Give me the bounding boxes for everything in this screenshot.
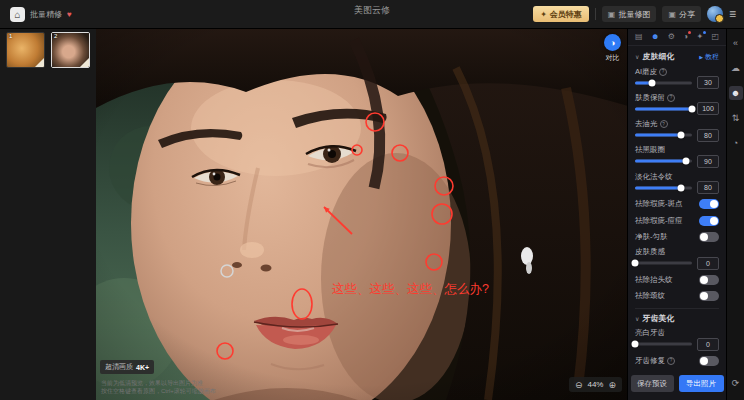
tutorial-label: 教程 [705,52,719,62]
slider-label: 祛黑眼圈 [635,145,665,155]
save-preset-button[interactable]: 保存预设 [631,375,674,392]
slider-value[interactable]: 90 [697,155,719,168]
toggle-switch[interactable] [699,232,719,242]
tab-effects[interactable]: ✦ [696,33,703,41]
tab-beauty[interactable]: ☻ [651,33,659,41]
tool-strip: «☁☻⇅◔⟳ [726,28,744,400]
hamburger-menu-icon[interactable]: ≡ [729,7,736,21]
slider-label: 亮白牙齿 [635,328,665,338]
toggle-label: 净肤-匀肤 [635,232,668,242]
history-icon[interactable]: ◔ [729,136,743,150]
slider-track[interactable] [635,79,692,87]
topbar-right: ✦ 会员特惠 ▣ 批量修图 ▣ 分享 ≡ [533,6,736,22]
adjust-tool-icon[interactable]: ⇅ [729,111,743,125]
slider-label: 肤质保留 [635,93,665,103]
toggle-knob [700,292,708,300]
quality-badge-label: 超清画质 [105,362,133,372]
toggle-label: 牙齿修复 [635,356,665,366]
retouch-tool-icon[interactable]: ☻ [729,86,743,100]
slider-value[interactable]: 0 [697,257,719,270]
toggle-row: 祛除抬头纹 [635,273,719,288]
tab-body[interactable]: ⚙ [668,33,675,41]
slider-row: 祛黑眼圈90 [635,144,719,168]
slider-label-row: 祛黑眼圈 [635,145,719,155]
topbar-left: ⌂ 批量精修 ♥ [10,7,72,22]
collapse-panel-icon[interactable]: « [729,36,743,50]
toggle-row: 牙齿修复? [635,354,719,369]
toggle-row: 祛除瑕疵-斑点 [635,197,719,212]
slider-track[interactable] [635,259,692,267]
zoom-out-icon[interactable]: ⊖ [575,380,583,390]
slider-knob[interactable] [677,184,684,191]
slider-knob[interactable] [689,105,696,112]
zoom-in-icon[interactable]: ⊕ [608,380,616,390]
slider-knob[interactable] [632,260,639,267]
compare-button[interactable]: ◑ 对比 [604,34,621,63]
slider-value[interactable]: 30 [697,76,719,89]
tab-color[interactable]: ◑ [683,33,688,41]
slider-track[interactable] [635,184,692,192]
photo-thumbnail[interactable]: 2 [51,32,90,68]
quality-badge: 超清画质 4K+ [100,360,154,374]
home-button[interactable]: ⌂ [10,7,25,22]
compare-label: 对比 [606,53,620,63]
photo-thumbnail[interactable]: 1 [6,32,45,68]
slider-knob[interactable] [683,158,690,165]
help-icon[interactable]: ? [660,120,668,128]
vip-promo-button[interactable]: ✦ 会员特惠 [533,6,589,22]
toggle-switch[interactable] [699,216,719,226]
export-photo-button[interactable]: 导出照片 [679,375,724,392]
slider-line: 0 [635,338,719,350]
slider-track[interactable] [635,340,692,348]
slider-knob[interactable] [649,79,656,86]
toggle-switch[interactable] [699,199,719,209]
slider-value[interactable]: 80 [697,181,719,194]
divider [595,8,596,20]
share-button[interactable]: ▣ 分享 [662,6,701,22]
slider-line: 100 [635,103,719,115]
slider-label-row: AI磨皮? [635,67,719,77]
slider-track[interactable] [635,131,692,139]
tip-line: 按住空格键查看原图，Ctrl+滚轮可缩放画布 [101,387,216,395]
slider-line: 90 [635,155,719,167]
cloud-sync-icon[interactable]: ☁ [729,61,743,75]
avatar[interactable] [707,6,723,22]
help-icon[interactable]: ? [667,94,675,102]
photo-canvas-area[interactable]: 这些、这些、这些、怎么办? ◑ 对比 超清画质 4K+ 当前为低清预览，效果以导… [96,28,628,400]
panel-rows: ∨皮肤细化▶教程AI磨皮?30肤质保留?100去油光?80祛黑眼圈90淡化法令纹… [628,46,726,369]
toggle-label: 祛除瑕疵-斑点 [635,199,683,209]
top-bar: ⌂ 批量精修 ♥ 美图云修 ✦ 会员特惠 ▣ 批量修图 ▣ 分享 ≡ [0,0,744,29]
slider-knob[interactable] [632,341,639,348]
slider-row: 肤质保留?100 [635,92,719,116]
section-title: 皮肤细化 [642,51,674,62]
section-header: ∨牙齿美化 [635,308,719,326]
slider-knob[interactable] [677,132,684,139]
tip-line: 当前为低清预览，效果以导出图片为准 [101,379,216,387]
slider-rail [635,262,692,265]
tutorial-link[interactable]: ▶教程 [699,52,719,62]
batch-retouch-label: 批量修图 [618,9,650,20]
section-header: ∨皮肤细化▶教程 [635,50,719,64]
slider-value[interactable]: 100 [697,102,719,115]
toggle-switch[interactable] [699,356,719,366]
slider-track[interactable] [635,105,692,113]
slider-value[interactable]: 80 [697,129,719,142]
toggle-switch[interactable] [699,291,719,301]
toggle-switch[interactable] [699,275,719,285]
reset-icon[interactable]: ⟳ [729,376,743,390]
slider-value[interactable]: 0 [697,338,719,351]
slider-track[interactable] [635,157,692,165]
section-title: 牙齿美化 [642,313,674,324]
toggle-label: 祛除颈纹 [635,291,665,301]
tab-template[interactable]: ▤ [635,33,643,41]
chevron-down-icon: ∨ [635,53,639,60]
share-label: 分享 [679,9,695,20]
slider-fill [635,186,681,189]
quality-badge-value: 4K+ [136,364,149,371]
play-icon: ▶ [699,54,703,60]
help-icon[interactable]: ? [659,68,667,76]
home-icon: ⌂ [14,9,20,20]
batch-retouch-button[interactable]: ▣ 批量修图 [602,6,657,22]
help-icon[interactable]: ? [667,357,675,365]
tab-more[interactable]: ◰ [711,33,719,41]
